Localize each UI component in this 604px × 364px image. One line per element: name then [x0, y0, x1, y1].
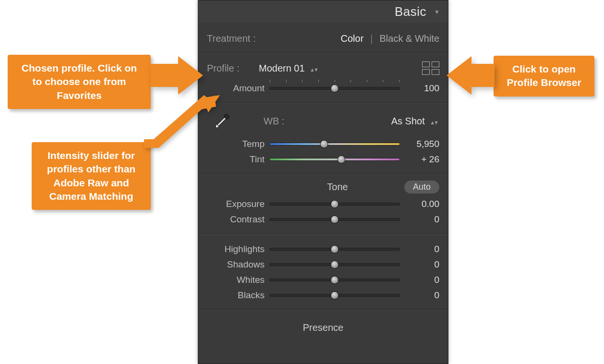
exposure-slider[interactable] — [269, 199, 400, 209]
shadows-label: Shadows — [207, 259, 265, 270]
arrow-icon — [144, 95, 221, 153]
presence-title: Presence — [207, 317, 439, 333]
profile-dropdown[interactable]: Modern 01 ▲▼ — [259, 63, 317, 74]
treatment-color[interactable]: Color — [341, 33, 364, 44]
basic-panel: Basic ▼ Treatment : Color | Black & Whit… — [198, 0, 448, 364]
svg-marker-3 — [144, 95, 211, 148]
grid-icon — [422, 61, 430, 67]
arrow-icon — [447, 56, 495, 95]
dropdown-icon: ▲▼ — [310, 67, 317, 73]
presence-section: Presence — [198, 310, 448, 340]
amount-value[interactable]: 100 — [405, 83, 439, 94]
slider-thumb[interactable] — [331, 245, 339, 254]
tint-label: Tint — [207, 154, 265, 165]
svg-marker-5 — [202, 95, 220, 112]
grid-icon — [422, 69, 430, 75]
tint-slider[interactable] — [269, 154, 400, 165]
highlights-label: Highlights — [207, 244, 265, 255]
whites-value[interactable]: 0 — [405, 275, 439, 285]
tone-section: Tone Auto Exposure 0.00 Contrast 0 — [198, 174, 448, 234]
whites-slider[interactable] — [269, 275, 400, 285]
treatment-label: Treatment : — [207, 33, 256, 44]
callout-profile-browser: Click to open Profile Browser — [494, 56, 594, 97]
shadows-slider[interactable] — [269, 259, 400, 270]
blacks-slider[interactable] — [269, 290, 400, 301]
profile-label: Profile : — [207, 63, 250, 74]
slider-thumb[interactable] — [331, 291, 339, 300]
tone-sliders-section: Highlights 0 Shadows 0 Whites 0 Blacks — [198, 234, 448, 310]
wb-value: As Shot — [391, 116, 425, 126]
slider-thumb[interactable] — [331, 276, 339, 284]
contrast-label: Contrast — [207, 214, 265, 225]
highlights-slider[interactable] — [269, 244, 400, 255]
panel-collapse-icon[interactable]: ▼ — [434, 9, 439, 15]
amount-slider[interactable] — [269, 83, 400, 94]
blacks-label: Blacks — [207, 290, 265, 301]
wb-section: WB : As Shot ▲▼ Temp 5,950 Tint — [198, 103, 448, 174]
slider-thumb[interactable] — [320, 140, 328, 148]
slider-thumb[interactable] — [331, 261, 339, 269]
amount-label: Amount — [207, 83, 265, 94]
grid-icon — [432, 69, 439, 75]
slider-thumb[interactable] — [337, 156, 345, 164]
auto-button[interactable]: Auto — [404, 181, 439, 194]
whites-label: Whites — [207, 275, 265, 285]
highlights-value[interactable]: 0 — [405, 244, 439, 255]
divider: | — [370, 33, 373, 44]
treatment-bw[interactable]: Black & White — [380, 33, 439, 44]
panel-title: Basic — [395, 4, 426, 19]
profile-value: Modern 01 — [259, 63, 305, 73]
tone-title: Tone — [327, 182, 348, 193]
temp-slider[interactable] — [269, 139, 400, 149]
grid-icon — [432, 61, 439, 67]
slider-thumb[interactable] — [331, 200, 339, 208]
contrast-slider[interactable] — [269, 214, 400, 225]
wb-label: WB : — [264, 116, 284, 127]
treatment-section: Treatment : Color | Black & White — [198, 24, 448, 53]
slider-thumb[interactable] — [331, 216, 339, 224]
profile-browser-button[interactable] — [422, 61, 439, 75]
panel-header: Basic ▼ — [198, 0, 448, 24]
dropdown-icon: ▲▼ — [430, 120, 437, 125]
blacks-value[interactable]: 0 — [405, 290, 439, 301]
profile-section: Profile : Modern 01 ▲▼ Amount 100 — [198, 53, 448, 103]
exposure-label: Exposure — [207, 199, 265, 209]
temp-value[interactable]: 5,950 — [405, 139, 439, 149]
slider-thumb[interactable] — [331, 85, 339, 93]
arrow-icon — [151, 56, 204, 95]
contrast-value[interactable]: 0 — [405, 214, 439, 225]
callout-profile-chosen: Chosen profile. Click on to choose one f… — [8, 55, 151, 109]
callout-amount-slider: Intensity slider for profiles other than… — [32, 142, 151, 210]
tint-value[interactable]: + 26 — [405, 154, 439, 165]
wb-dropdown[interactable]: As Shot ▲▼ — [391, 116, 437, 127]
exposure-value[interactable]: 0.00 — [405, 199, 439, 209]
shadows-value[interactable]: 0 — [405, 259, 439, 270]
